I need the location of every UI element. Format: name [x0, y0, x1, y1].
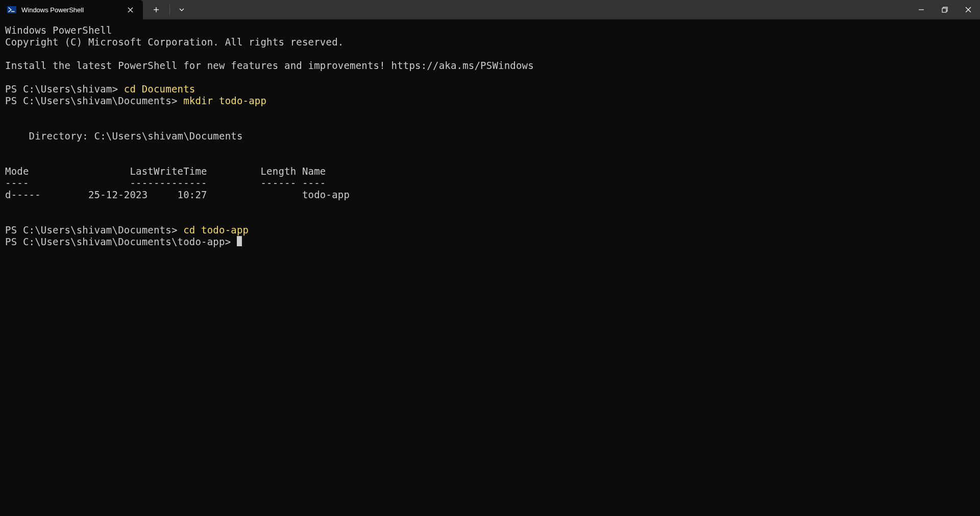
window-close-button[interactable] [957, 0, 980, 19]
table-rule: ---- ------------- ------ ---- [5, 177, 326, 189]
tab-dropdown-button[interactable] [173, 7, 190, 13]
powershell-icon [7, 5, 16, 14]
tab-powershell[interactable]: Windows PowerShell [0, 0, 143, 19]
text-cursor [237, 236, 242, 246]
svg-rect-8 [942, 8, 946, 12]
banner-line: Windows PowerShell [5, 25, 112, 36]
titlebar-drag-region[interactable] [190, 0, 910, 19]
output-line: Directory: C:\Users\shivam\Documents [5, 130, 243, 142]
plus-icon [153, 7, 159, 13]
command-text: cd Documents [124, 83, 195, 95]
titlebar: Windows PowerShell [0, 0, 980, 19]
window-controls [910, 0, 980, 19]
command-text: cd todo-app [183, 224, 249, 236]
table-row: d----- 25-12-2023 10:27 todo-app [5, 189, 350, 200]
tab-close-button[interactable] [124, 3, 137, 16]
maximize-button[interactable] [933, 0, 957, 19]
prompt: PS C:\Users\shivam\Documents> [5, 95, 183, 106]
minimize-icon [918, 7, 924, 13]
command-text: mkdir todo-app [183, 95, 266, 106]
banner-line: Install the latest PowerShell for new fe… [5, 60, 534, 71]
new-tab-button[interactable] [146, 7, 166, 13]
banner-line: Copyright (C) Microsoft Corporation. All… [5, 36, 344, 48]
new-tab-area [143, 0, 190, 19]
tab-title: Windows PowerShell [21, 6, 118, 14]
chevron-down-icon [179, 7, 185, 13]
prompt: PS C:\Users\shivam\Documents\todo-app> [5, 236, 237, 247]
titlebar-divider [169, 5, 170, 15]
terminal-pane[interactable]: Windows PowerShell Copyright (C) Microso… [0, 19, 980, 516]
maximize-restore-icon [942, 7, 948, 13]
prompt: PS C:\Users\shivam\Documents> [5, 224, 183, 236]
prompt: PS C:\Users\shivam> [5, 83, 124, 95]
minimize-button[interactable] [910, 0, 933, 19]
close-icon [965, 7, 971, 13]
close-icon [128, 7, 133, 13]
table-header: Mode LastWriteTime Length Name [5, 166, 326, 177]
svg-rect-0 [7, 6, 16, 13]
